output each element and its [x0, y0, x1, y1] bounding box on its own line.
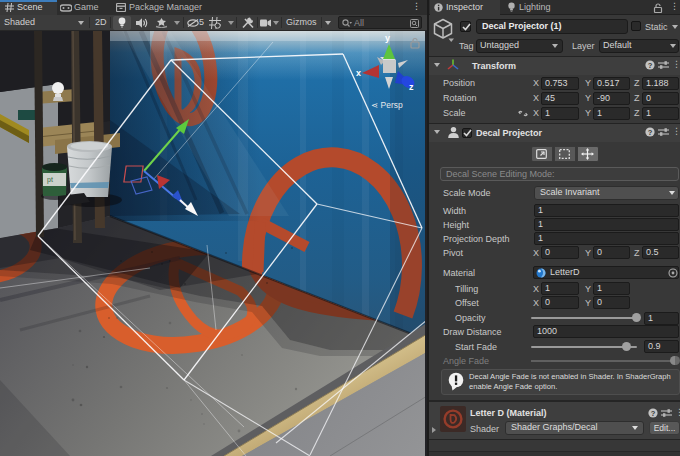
- svg-text:z: z: [409, 82, 414, 92]
- svg-text:pt: pt: [47, 176, 53, 184]
- svg-text:?: ?: [648, 61, 653, 70]
- svg-text:⋖ Persp: ⋖ Persp: [371, 100, 403, 110]
- svg-text:?: ?: [651, 409, 656, 418]
- svg-text:y: y: [385, 33, 390, 43]
- svg-text:x: x: [356, 68, 361, 78]
- svg-text:?: ?: [648, 128, 653, 137]
